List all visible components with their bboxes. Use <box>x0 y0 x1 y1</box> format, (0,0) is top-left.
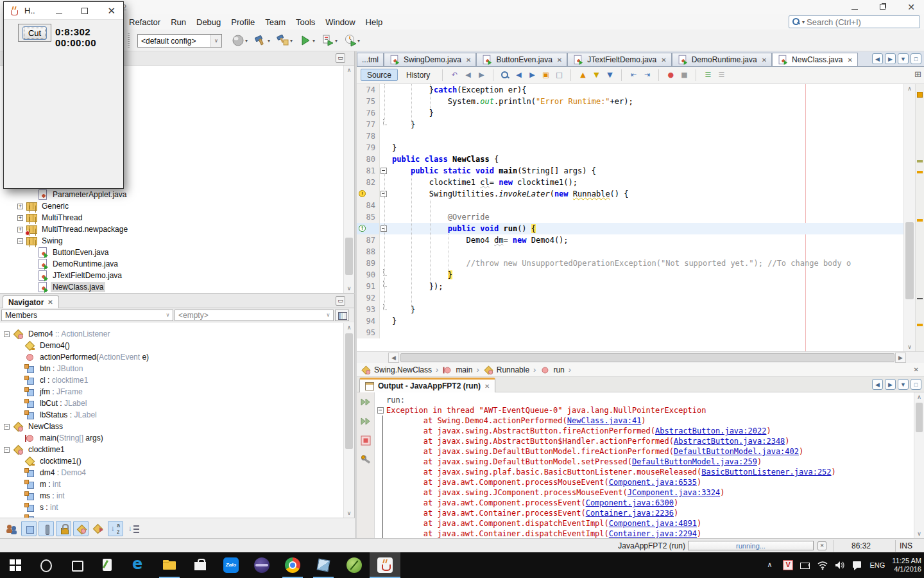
cancel-process-icon[interactable]: ✕ <box>817 541 826 550</box>
chevron-down-icon[interactable]: ▾ <box>268 38 270 44</box>
menu-window[interactable]: Window <box>320 17 360 27</box>
rectangular-selection-button[interactable]: □ <box>553 69 565 81</box>
output-console[interactable]: run:Exception in thread "AWT-EventQueue-… <box>375 392 914 538</box>
close-tab-icon[interactable]: ✕ <box>762 57 767 64</box>
find-next-button[interactable]: ▶ <box>526 69 538 81</box>
close-tab-icon[interactable]: ✕ <box>661 57 666 64</box>
project-tree-item-newclass-java[interactable]: NewClass.java <box>0 281 343 293</box>
stack-trace-link[interactable]: Component.java:4891 <box>609 519 697 528</box>
project-tree-item-generic[interactable]: +Generic <box>0 200 343 212</box>
stack-trace-link[interactable]: DefaultButtonModel.java:402 <box>674 447 799 456</box>
taskbar-chrome-icon[interactable] <box>277 552 308 578</box>
stack-trace-link[interactable]: AbstractButton.java:2022 <box>655 426 766 435</box>
navigator-tree[interactable]: −Demo4 :: ActionListenerDemo4()actionPer… <box>0 323 343 518</box>
taskbar-store-icon[interactable] <box>185 552 216 578</box>
tab-list-dropdown-icon[interactable]: ▼ <box>898 379 909 390</box>
sort-alphabetically-button[interactable]: ↓ <box>108 521 123 536</box>
close-icon[interactable]: ✕ <box>107 5 116 17</box>
breadcrumb-item-swing-newclass[interactable]: Swing.NewClass <box>361 365 432 375</box>
clock[interactable]: 11:25 AM 4/1/2016 <box>892 557 921 574</box>
scroll-right-icon[interactable]: ▶ <box>895 353 906 363</box>
menu-refactor[interactable]: Refactor <box>124 17 166 27</box>
quick-search-box[interactable]: ▾ <box>789 15 920 28</box>
stack-trace-link[interactable]: Container.java:2294 <box>609 529 697 538</box>
taskbar-cortana-icon[interactable] <box>31 552 62 578</box>
profile-project-button[interactable]: ▾ <box>342 32 362 49</box>
rerun-with-args-button[interactable] <box>360 416 372 427</box>
navigator-item[interactable]: cl : clocktime1 <box>0 374 343 386</box>
stop-build-button[interactable] <box>360 435 372 446</box>
editor-tab-newclass-java[interactable]: NewClass.java✕ <box>772 53 858 66</box>
taskbar-edge-icon[interactable] <box>123 552 154 578</box>
debug-project-button[interactable]: ▾ <box>320 32 339 49</box>
chevron-down-icon[interactable]: ▾ <box>290 38 293 44</box>
taskbar-task-view-icon[interactable] <box>62 552 92 578</box>
tab-navigator[interactable]: Navigator ✕ <box>3 295 59 308</box>
tab-list-dropdown-icon[interactable]: ▼ <box>898 53 909 64</box>
collapse-icon[interactable]: − <box>4 424 10 430</box>
collapse-icon[interactable]: − <box>17 238 23 244</box>
minimize-icon[interactable] <box>851 3 858 12</box>
output-scrollbar[interactable]: ∧ ∨ <box>914 392 924 538</box>
show-protected-button[interactable] <box>56 521 71 536</box>
minimize-icon[interactable] <box>56 6 62 16</box>
split-document-icon[interactable]: ⊞ <box>914 69 921 79</box>
menu-debug[interactable]: Debug <box>191 17 226 27</box>
output-fold-icon[interactable] <box>375 405 386 416</box>
shift-line-left-button[interactable]: ⇤ <box>628 69 639 81</box>
expand-icon[interactable]: + <box>17 227 23 232</box>
chevron-down-icon[interactable]: ▾ <box>357 38 360 44</box>
menu-run[interactable]: Run <box>166 17 191 27</box>
navigator-item[interactable]: s : int <box>0 502 343 513</box>
editor-scrollbar[interactable]: ∧ ∨ <box>903 84 915 351</box>
project-tree-item-jtextfieltdemo-java[interactable]: JTextFieltDemo.java <box>0 270 343 281</box>
editor-tab-buttoneven-java[interactable]: ButtonEven.java✕ <box>476 53 567 66</box>
breadcrumb-item-runnable[interactable]: Runnable <box>483 365 529 375</box>
taskbar-zalo-icon[interactable] <box>216 552 246 578</box>
scroll-tabs-left-icon[interactable]: ◀ <box>872 379 883 390</box>
close-tab-icon[interactable]: ✕ <box>466 57 471 64</box>
project-tree-item-multithread-newpackage[interactable]: +MultiThread.newpackage <box>0 223 343 235</box>
show-inherited-members-button[interactable] <box>4 521 19 536</box>
minimize-panel-icon[interactable]: ▭ <box>336 53 345 63</box>
menu-help[interactable]: Help <box>361 17 388 27</box>
close-tab-icon[interactable]: ✕ <box>47 299 53 306</box>
navigator-item[interactable]: −NewClass <box>0 421 343 432</box>
editor-tab-demoruntime-java[interactable]: DemoRuntime.java✕ <box>672 53 772 66</box>
projects-scrollbar[interactable]: ∧ ∨ <box>343 66 354 293</box>
taskbar-virtualbox-icon[interactable] <box>308 552 339 578</box>
editor-tab-jtextfieltdemo-java[interactable]: JTextFieltDemo.java✕ <box>567 53 671 66</box>
start-macro-recording-button[interactable]: ● <box>665 69 676 81</box>
scroll-tabs-left-icon[interactable]: ◀ <box>872 53 883 64</box>
sort-by-source-button[interactable]: ↓ <box>125 521 141 536</box>
expand-icon[interactable]: + <box>17 204 23 209</box>
members-view-select[interactable]: Members ∨ <box>1 310 173 321</box>
chevron-down-icon[interactable]: ▾ <box>312 38 315 44</box>
java-app-titlebar[interactable]: H.. ✕ <box>4 2 123 20</box>
taskbar-start-icon[interactable] <box>0 552 31 578</box>
close-breadcrumb-icon[interactable]: ✕ <box>914 366 919 373</box>
taskbar-eclipse-icon[interactable] <box>246 552 277 578</box>
project-tree-item-buttoneven-java[interactable]: ButtonEven.java <box>0 247 343 258</box>
battery-icon[interactable] <box>800 560 810 570</box>
forward-button[interactable]: ▶ <box>475 69 487 81</box>
navigator-item[interactable]: −Demo4 :: ActionListener <box>0 328 343 340</box>
rerun-button[interactable] <box>360 396 372 408</box>
scroll-tabs-right-icon[interactable]: ▶ <box>885 53 896 64</box>
chevron-down-icon[interactable]: ▾ <box>335 38 338 44</box>
search-input[interactable] <box>807 17 920 27</box>
taskbar-java-icon[interactable] <box>370 552 400 578</box>
browser-globe-button[interactable]: ▾ <box>230 32 250 49</box>
show-static-members-button[interactable] <box>73 521 89 536</box>
tab-output[interactable]: Output - JavaAppFPT2 (run) ✕ <box>359 378 495 392</box>
maximize-window-icon[interactable]: □ <box>911 379 921 390</box>
taskbar-notes-icon[interactable] <box>92 552 123 578</box>
stop-macro-recording-button[interactable]: ■ <box>678 69 690 81</box>
stack-trace-link[interactable]: BasicButtonListener.java:252 <box>701 468 831 477</box>
stack-trace-link[interactable]: NewClass.java:41 <box>567 416 642 425</box>
project-tree-item-multithread[interactable]: +MultiThread <box>0 212 343 223</box>
cut-button[interactable]: Cut <box>18 24 51 42</box>
previous-occurrence-button[interactable]: ▲ <box>577 69 588 81</box>
override-glyph-icon[interactable]: ↑ <box>359 225 366 232</box>
restore-icon[interactable] <box>880 3 886 12</box>
